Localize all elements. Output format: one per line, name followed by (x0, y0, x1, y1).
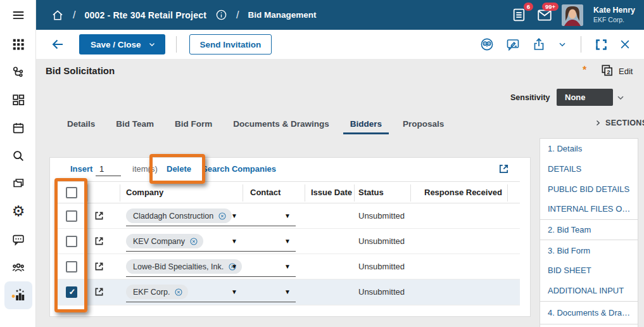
column-header-company[interactable]: Company (126, 182, 163, 203)
sensitivity-dropdown[interactable]: None (557, 89, 613, 106)
breadcrumb-page[interactable]: Bid Management (248, 10, 316, 20)
select-all-checkbox[interactable] (66, 187, 77, 198)
contact-dropdown-chevron[interactable]: ▼ (284, 212, 291, 219)
breadcrumb-project[interactable]: 0002 - Rte 304 Retail Project (84, 10, 206, 20)
toolbar-divider (581, 36, 581, 53)
row-checkbox[interactable] (66, 210, 77, 222)
column-header-contact[interactable]: Contact (250, 182, 281, 203)
contact-dropdown-field[interactable] (254, 226, 295, 226)
insert-link[interactable]: Insert (70, 164, 92, 174)
tab-bidders[interactable]: Bidders (343, 116, 389, 134)
tab-details[interactable]: Details (60, 116, 102, 134)
owl-assistant-icon[interactable] (479, 37, 495, 52)
insights-podium-icon[interactable] (11, 288, 26, 303)
save-close-button[interactable]: Save / Close (79, 34, 165, 54)
company-dropdown-chevron[interactable]: ▼ (231, 238, 237, 245)
section-item[interactable]: PUBLIC BID DETAILS (540, 179, 638, 199)
status-value: Unsubmitted (358, 211, 405, 221)
section-item[interactable]: DETAILS (540, 159, 638, 179)
open-record-icon[interactable] (93, 210, 105, 222)
section-item[interactable]: 2. Bid Team (540, 220, 638, 240)
mail-badge: 99+ (542, 3, 559, 11)
gear-icon[interactable]: ⚙ (11, 203, 26, 219)
section-item[interactable]: 3. Bid Form (540, 240, 638, 260)
open-record-icon[interactable] (93, 260, 105, 272)
comment-edit-icon[interactable] (505, 37, 521, 52)
calendar-icon[interactable] (11, 120, 26, 136)
column-header-response-received[interactable]: Response Received (424, 182, 502, 203)
company-dropdown-chevron[interactable]: ▼ (231, 263, 237, 270)
people-icon[interactable] (11, 260, 26, 275)
breadcrumb: / 0002 - Rte 304 Retail Project / Bid Ma… (36, 9, 316, 22)
bidders-grid-card: Insert item(s) Delete Search Companies C… (49, 157, 531, 317)
send-invitation-button[interactable]: Send Invitation (189, 34, 272, 54)
sensitivity-chevron-icon[interactable] (616, 93, 626, 103)
remove-company-icon[interactable] (174, 288, 183, 297)
sections-toggle[interactable]: SECTIONS (594, 119, 644, 127)
contact-dropdown-field[interactable] (254, 302, 295, 302)
chat-icon[interactable] (11, 232, 26, 247)
contact-dropdown-field[interactable] (254, 276, 295, 277)
table-row: Lowe-Bid Specialties, Ink. ▼ ▼ Unsubmitt… (56, 254, 520, 279)
remove-company-icon[interactable] (218, 212, 227, 221)
company-dropdown-chevron[interactable]: ▼ (231, 288, 237, 295)
company-chip: EKF Corp. (126, 285, 188, 299)
user-name: Kate Henry (593, 6, 635, 16)
user-avatar[interactable] (562, 4, 583, 26)
search-icon[interactable] (11, 148, 26, 164)
workflow-icon[interactable] (11, 65, 26, 80)
sensitivity-label: Sensitivity (510, 93, 550, 102)
mail-icon[interactable]: 99+ (536, 7, 553, 23)
contact-dropdown-chevron[interactable]: ▼ (284, 288, 291, 295)
user-block[interactable]: Kate Henry EKF Corp. (593, 6, 635, 24)
search-companies-link[interactable]: Search Companies (202, 164, 276, 174)
remove-company-icon[interactable] (189, 237, 198, 246)
breadcrumb-separator: / (236, 10, 239, 21)
info-icon[interactable] (215, 9, 227, 21)
contact-dropdown-field[interactable] (254, 251, 295, 252)
home-icon[interactable] (51, 9, 64, 22)
open-record-icon[interactable] (93, 235, 105, 247)
row-checkbox[interactable] (66, 261, 77, 272)
dashboard-tiles-icon[interactable] (11, 93, 26, 108)
tab-bid-team[interactable]: Bid Team (109, 116, 161, 134)
expand-icon[interactable] (595, 38, 608, 51)
section-item[interactable]: 4. Documents & Dra… (540, 302, 638, 324)
share-chevron-icon[interactable] (557, 39, 567, 49)
required-marker: * (583, 65, 586, 76)
versions-icon[interactable]: 2 (600, 63, 614, 78)
edit-button[interactable]: Edit (619, 67, 633, 76)
company-dropdown-chevron[interactable]: ▼ (231, 212, 237, 219)
open-grid-new-window-icon[interactable] (497, 162, 510, 176)
tab-documents-drawings[interactable]: Documents & Drawings (226, 116, 336, 134)
apps-grid-icon[interactable] (11, 37, 26, 52)
contact-dropdown-chevron[interactable]: ▼ (284, 263, 291, 270)
contact-dropdown-chevron[interactable]: ▼ (284, 238, 291, 245)
company-chip: Claddagh Construction (126, 208, 232, 223)
column-header-issue-date[interactable]: Issue Date (311, 182, 352, 203)
tab-bid-form[interactable]: Bid Form (168, 116, 219, 134)
insert-count-input[interactable] (96, 163, 121, 176)
toolbar-divider (176, 36, 177, 53)
hamburger-menu-icon[interactable] (11, 8, 26, 23)
section-item[interactable]: BID SHEET (540, 260, 638, 281)
section-item[interactable]: INTERNAL FILES O… (540, 199, 638, 219)
close-icon[interactable] (619, 38, 631, 51)
chevron-down-icon (148, 40, 156, 49)
status-value: Unsubmitted (358, 262, 405, 271)
back-arrow-icon[interactable] (50, 37, 65, 52)
open-record-icon[interactable] (93, 286, 105, 298)
folders-icon[interactable] (11, 176, 26, 191)
tasks-icon[interactable]: 6 (511, 7, 527, 23)
section-item[interactable]: 1. Details (540, 139, 638, 159)
grid-header-row: Company Contact Issue Date Status Respon… (56, 181, 520, 203)
delete-link[interactable]: Delete (167, 164, 191, 174)
company-chip: KEV Company (126, 234, 203, 248)
share-icon[interactable] (531, 37, 546, 52)
column-header-status[interactable]: Status (358, 182, 384, 203)
row-checkbox[interactable] (66, 236, 77, 247)
tab-proposals[interactable]: Proposals (396, 116, 451, 134)
row-checkbox[interactable] (66, 286, 77, 298)
section-item[interactable]: ADDITIONAL INPUT (540, 281, 638, 301)
user-company: EKF Corp. (593, 16, 635, 24)
